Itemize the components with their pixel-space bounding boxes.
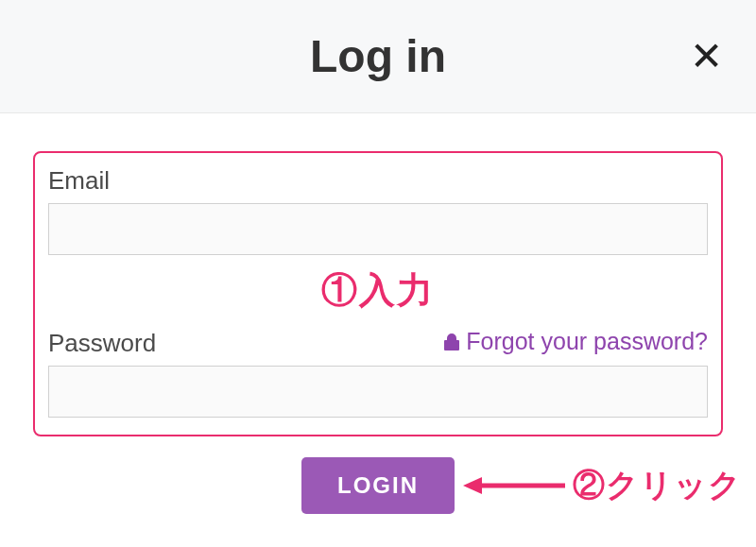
arrow-left-icon (463, 474, 567, 497)
annotation-step2-group: ②クリック (463, 464, 742, 507)
password-label: Password (48, 329, 156, 358)
lock-icon (443, 333, 460, 351)
svg-marker-1 (463, 477, 482, 494)
annotation-highlight-box: Email ①入力 Password Forgot your password? (33, 151, 723, 436)
password-group: Password Forgot your password? (48, 328, 708, 418)
forgot-password-link[interactable]: Forgot your password? (443, 328, 708, 355)
close-button[interactable]: ✕ (690, 37, 723, 77)
annotation-step1: ①入力 (48, 266, 708, 315)
modal-body: Email ①入力 Password Forgot your password?… (0, 113, 756, 533)
forgot-password-text: Forgot your password? (466, 328, 708, 355)
email-input[interactable] (48, 203, 708, 255)
modal-header: Log in ✕ (0, 0, 756, 113)
close-icon: ✕ (690, 34, 723, 78)
annotation-step2: ②クリック (573, 464, 742, 507)
modal-title: Log in (310, 30, 446, 82)
password-input[interactable] (48, 366, 708, 418)
login-row: LOGIN ②クリック (33, 457, 723, 514)
email-label: Email (48, 166, 110, 196)
login-button[interactable]: LOGIN (301, 457, 455, 514)
email-group: Email (48, 166, 708, 255)
